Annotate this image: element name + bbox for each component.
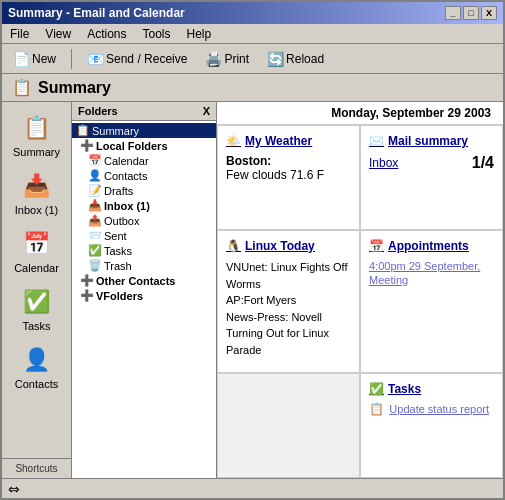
folder-drafts[interactable]: 📝 Drafts xyxy=(72,183,216,198)
folder-drafts-icon: 📝 xyxy=(88,184,102,197)
folder-trash-label: Trash xyxy=(104,260,132,272)
linux-today-title-text[interactable]: Linux Today xyxy=(245,239,315,253)
titlebar: Summary - Email and Calendar _ □ X xyxy=(2,2,503,24)
shortcut-contacts[interactable]: 👤 Contacts xyxy=(2,338,71,396)
folder-outbox[interactable]: 📤 Outbox xyxy=(72,213,216,228)
folder-tree: 📋 Summary ➕ Local Folders 📅 Calendar 👤 C… xyxy=(72,121,216,478)
folder-contacts-icon: 👤 xyxy=(88,169,102,182)
linux-item-3: Turning Out for Linux Parade xyxy=(226,325,351,358)
menu-view[interactable]: View xyxy=(41,26,75,42)
tasks-title-text[interactable]: Tasks xyxy=(388,382,421,396)
folder-calendar-label: Calendar xyxy=(104,155,149,167)
shortcut-calendar[interactable]: 📅 Calendar xyxy=(2,222,71,280)
inbox-link[interactable]: Inbox xyxy=(369,156,398,170)
appointment-link[interactable]: 4:00pm 29 September, Meeting xyxy=(369,260,480,286)
summary-grid: 🌤️ My Weather Boston: Few clouds 71.6 F … xyxy=(217,125,503,478)
new-icon: 📄 xyxy=(13,51,29,67)
weather-location: Boston: xyxy=(226,154,351,168)
folder-other-contacts[interactable]: ➕ Other Contacts xyxy=(72,273,216,288)
weather-title-text[interactable]: My Weather xyxy=(245,134,312,148)
linux-today-content: VNUnet: Linux Fights Off Worms AP:Fort M… xyxy=(226,259,351,358)
shortcut-tasks-label: Tasks xyxy=(22,320,50,332)
linux-icon: 🐧 xyxy=(226,239,241,253)
appointments-title: 📅 Appointments xyxy=(369,239,494,253)
tasks-item-row: 📋 Update status report xyxy=(369,402,494,416)
close-button[interactable]: X xyxy=(481,6,497,20)
main-area: 📋 Summary 📥 Inbox (1) 📅 Calendar ✅ Tasks… xyxy=(2,102,503,478)
shortcut-summary-label: Summary xyxy=(13,146,60,158)
shortcut-inbox[interactable]: 📥 Inbox (1) xyxy=(2,164,71,222)
window-title: Summary - Email and Calendar xyxy=(8,6,185,20)
folder-trash[interactable]: 🗑️ Trash xyxy=(72,258,216,273)
folder-calendar-icon: 📅 xyxy=(88,154,102,167)
linux-today-title: 🐧 Linux Today xyxy=(226,239,351,253)
weather-description: Few clouds 71.6 F xyxy=(226,168,351,182)
folder-calendar[interactable]: 📅 Calendar xyxy=(72,153,216,168)
task-item-link[interactable]: Update status report xyxy=(389,403,489,415)
content-area: Folders X 📋 Summary ➕ Local Folders 📅 Ca… xyxy=(72,102,503,478)
folder-vfolders[interactable]: ➕ VFolders xyxy=(72,288,216,303)
appointments-icon: 📅 xyxy=(369,239,384,253)
mail-title-text[interactable]: Mail summary xyxy=(388,134,468,148)
summary-icon: 📋 xyxy=(12,78,32,97)
minimize-button[interactable]: _ xyxy=(445,6,461,20)
shortcuts-footer: Shortcuts xyxy=(2,458,71,478)
folder-inbox-label: Inbox (1) xyxy=(104,200,150,212)
weather-title: 🌤️ My Weather xyxy=(226,134,351,148)
folder-other-contacts-label: Other Contacts xyxy=(96,275,175,287)
task-item-icon: 📋 xyxy=(369,402,384,416)
shortcuts-bar: 📋 Summary 📥 Inbox (1) 📅 Calendar ✅ Tasks… xyxy=(2,102,72,478)
folder-inbox[interactable]: 📥 Inbox (1) xyxy=(72,198,216,213)
menu-actions[interactable]: Actions xyxy=(83,26,130,42)
toolbar: 📄 New 📧 Send / Receive 🖨️ Print 🔄 Reload xyxy=(2,44,503,74)
folder-pane-header: Folders X xyxy=(72,102,216,121)
folder-outbox-icon: 📤 xyxy=(88,214,102,227)
weather-cell: 🌤️ My Weather Boston: Few clouds 71.6 F xyxy=(217,125,360,230)
tasks-summary-icon: ✅ xyxy=(369,382,384,396)
send-receive-button[interactable]: 📧 Send / Receive xyxy=(82,48,192,70)
folder-pane: Folders X 📋 Summary ➕ Local Folders 📅 Ca… xyxy=(72,102,217,478)
calendar-shortcut-icon: 📅 xyxy=(21,228,53,260)
folder-pane-title: Folders xyxy=(78,105,118,117)
menu-file[interactable]: File xyxy=(6,26,33,42)
mail-title: ✉️ Mail summary xyxy=(369,134,494,148)
folder-summary-icon: 📋 xyxy=(76,124,90,137)
contacts-shortcut-icon: 👤 xyxy=(21,344,53,376)
folder-contacts[interactable]: 👤 Contacts xyxy=(72,168,216,183)
folder-vfolders-label: VFolders xyxy=(96,290,143,302)
reload-button[interactable]: 🔄 Reload xyxy=(262,48,329,70)
tasks-shortcut-icon: ✅ xyxy=(21,286,53,318)
tasks-cell: ✅ Tasks 📋 Update status report xyxy=(360,373,503,478)
linux-today-cell: 🐧 Linux Today VNUnet: Linux Fights Off W… xyxy=(217,230,360,372)
maximize-button[interactable]: □ xyxy=(463,6,479,20)
folder-sent[interactable]: 📨 Sent xyxy=(72,228,216,243)
folder-summary[interactable]: 📋 Summary xyxy=(72,123,216,138)
folder-tasks-label: Tasks xyxy=(104,245,132,257)
bottom-icon[interactable]: ⇔ xyxy=(8,481,20,497)
reload-icon: 🔄 xyxy=(267,51,283,67)
folder-close-button[interactable]: X xyxy=(203,105,210,117)
vfolders-expand-icon: ➕ xyxy=(80,289,94,302)
page-title: Summary xyxy=(38,79,111,97)
mail-cell: ✉️ Mail summary Inbox 1/4 xyxy=(360,125,503,230)
menubar: File View Actions Tools Help xyxy=(2,24,503,44)
folder-sent-icon: 📨 xyxy=(88,229,102,242)
menu-tools[interactable]: Tools xyxy=(139,26,175,42)
folder-outbox-label: Outbox xyxy=(104,215,139,227)
mail-count: 1/4 xyxy=(472,154,494,172)
shortcut-calendar-label: Calendar xyxy=(14,262,59,274)
summary-panel: Monday, September 29 2003 🌤️ My Weather … xyxy=(217,102,503,478)
appointments-title-text[interactable]: Appointments xyxy=(388,239,469,253)
local-folders-expand-icon: ➕ xyxy=(80,139,94,152)
shortcut-tasks[interactable]: ✅ Tasks xyxy=(2,280,71,338)
shortcut-summary[interactable]: 📋 Summary xyxy=(2,106,71,164)
new-button[interactable]: 📄 New xyxy=(8,48,61,70)
menu-help[interactable]: Help xyxy=(183,26,216,42)
shortcuts-footer-label: Shortcuts xyxy=(15,463,57,474)
folder-tasks[interactable]: ✅ Tasks xyxy=(72,243,216,258)
send-receive-label: Send / Receive xyxy=(106,52,187,66)
print-button[interactable]: 🖨️ Print xyxy=(200,48,254,70)
folder-local-folders[interactable]: ➕ Local Folders xyxy=(72,138,216,153)
print-icon: 🖨️ xyxy=(205,51,221,67)
mail-inbox-row: Inbox 1/4 xyxy=(369,154,494,172)
